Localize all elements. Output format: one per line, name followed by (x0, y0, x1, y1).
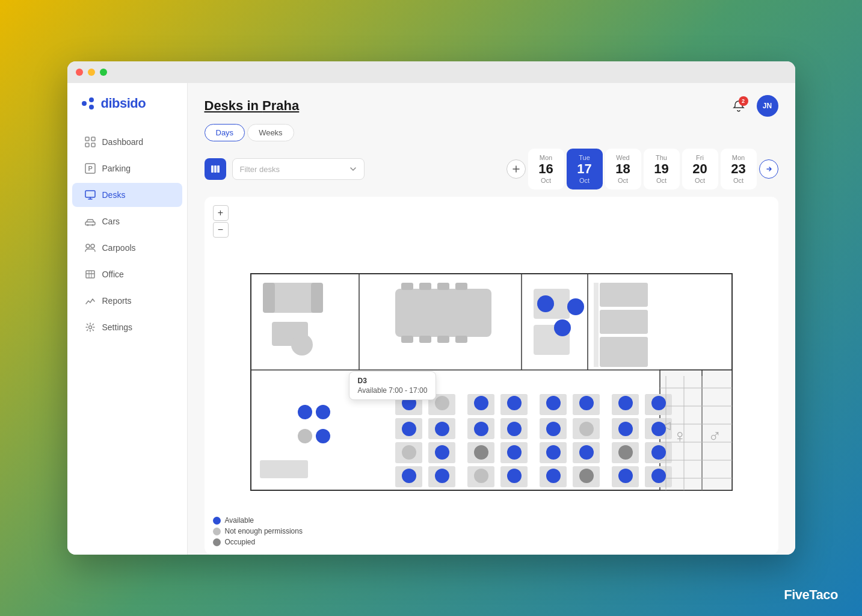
svg-point-99 (546, 396, 561, 410)
legend-occupied: Occupied (213, 538, 303, 546)
user-avatar[interactable]: JN (757, 95, 778, 117)
logo: dibsido (67, 95, 187, 129)
svg-point-104 (435, 422, 449, 436)
tab-days[interactable]: Days (205, 124, 245, 141)
sidebar-item-office[interactable]: Office (72, 262, 182, 286)
sidebar-item-desks[interactable]: Desks (72, 183, 182, 207)
sidebar: dibsido Dashboard P Parking Desks (67, 83, 188, 555)
svg-point-0 (82, 101, 87, 106)
maximize-dot[interactable] (100, 69, 107, 76)
svg-point-98 (507, 396, 522, 410)
svg-point-115 (546, 445, 561, 460)
content-header: Desks in Praha 2 JN (188, 83, 795, 124)
sidebar-item-cars[interactable]: Cars (72, 209, 182, 233)
svg-point-109 (618, 422, 633, 436)
svg-point-130 (316, 429, 330, 443)
svg-point-119 (402, 469, 416, 483)
chevron-down-icon (349, 165, 357, 173)
svg-point-124 (579, 469, 594, 483)
svg-point-121 (474, 469, 488, 483)
svg-point-107 (546, 422, 561, 436)
svg-rect-45 (600, 337, 648, 367)
svg-rect-29 (311, 283, 323, 313)
svg-point-120 (435, 469, 449, 483)
svg-point-92 (537, 295, 554, 312)
titlebar (67, 61, 795, 83)
svg-rect-35 (437, 283, 449, 290)
svg-rect-4 (91, 137, 95, 141)
legend-available: Available (213, 516, 303, 525)
svg-rect-39 (437, 336, 449, 343)
svg-rect-6 (91, 143, 95, 147)
svg-point-127 (298, 405, 312, 419)
date-card-2[interactable]: Wed 18 Oct (605, 149, 641, 189)
svg-rect-9 (85, 191, 95, 197)
zoom-out-button[interactable]: − (213, 222, 229, 238)
svg-point-118 (651, 445, 666, 460)
floorplan-svg: ◁ ♀ ♂ (227, 250, 756, 502)
close-dot[interactable] (76, 69, 83, 76)
sidebar-item-reports[interactable]: Reports (72, 289, 182, 313)
arrow-right-icon (765, 165, 773, 173)
legend-noperm-dot (213, 528, 221, 535)
monitor-icon (84, 189, 96, 201)
filter-desks-select[interactable]: Filter desks (232, 158, 365, 180)
cars-label: Cars (102, 217, 120, 226)
view-toggle-button[interactable] (205, 158, 226, 180)
date-card-4[interactable]: Fri 20 Oct (682, 149, 718, 189)
page-title: Desks in Praha (205, 98, 300, 114)
svg-rect-44 (600, 310, 648, 334)
svg-rect-17 (211, 165, 214, 173)
legend-occupied-dot (213, 538, 221, 546)
svg-point-95 (402, 396, 416, 410)
sidebar-item-carpools[interactable]: Carpools (72, 236, 182, 260)
next-dates-button[interactable] (759, 159, 778, 179)
svg-point-117 (618, 445, 633, 460)
date-card-5[interactable]: Mon 23 Oct (721, 149, 757, 189)
tab-weeks[interactable]: Weeks (247, 124, 294, 141)
zoom-controls: + − (213, 205, 229, 238)
svg-point-111 (402, 445, 416, 460)
plus-icon (512, 165, 520, 173)
reports-label: Reports (102, 296, 132, 306)
zoom-in-button[interactable]: + (213, 205, 229, 221)
desks-label: Desks (102, 190, 126, 200)
date-card-3[interactable]: Thu 19 Oct (644, 149, 680, 189)
svg-point-31 (291, 334, 313, 356)
sidebar-item-parking[interactable]: P Parking (72, 156, 182, 180)
svg-point-114 (507, 445, 522, 460)
svg-text:♂: ♂ (708, 426, 722, 446)
svg-point-94 (567, 298, 584, 315)
floorplan-card: + − (205, 197, 778, 555)
settings-label: Settings (102, 322, 133, 332)
date-card-1[interactable]: Tue 17 Oct (567, 149, 603, 189)
svg-rect-18 (214, 165, 217, 173)
date-card-0[interactable]: Mon 16 Oct (528, 149, 564, 189)
svg-point-110 (651, 422, 666, 436)
filter-area: Filter desks (205, 158, 365, 180)
sidebar-item-dashboard[interactable]: Dashboard (72, 130, 182, 154)
svg-rect-38 (419, 336, 431, 343)
svg-point-105 (474, 422, 488, 436)
minimize-dot[interactable] (88, 69, 95, 76)
svg-rect-5 (85, 143, 89, 147)
notifications-button[interactable]: 2 (728, 95, 750, 117)
svg-rect-37 (401, 336, 413, 343)
legend: Available Not enough permissions Occupie… (213, 516, 303, 546)
svg-point-126 (651, 469, 666, 483)
floorplan-svg-wrapper: ◁ ♀ ♂ (205, 197, 778, 555)
sidebar-item-settings[interactable]: Settings (72, 315, 182, 339)
svg-point-2 (89, 105, 94, 109)
svg-point-128 (316, 405, 330, 419)
svg-text:P: P (88, 165, 92, 172)
add-booking-button[interactable] (506, 159, 526, 179)
svg-rect-43 (600, 283, 648, 307)
svg-point-14 (91, 244, 94, 248)
svg-rect-15 (86, 271, 94, 278)
svg-point-129 (298, 429, 312, 443)
svg-text:♀: ♀ (673, 426, 687, 446)
columns-icon (210, 164, 221, 174)
svg-point-93 (554, 319, 571, 336)
main-content: Desks in Praha 2 JN Days Weeks (188, 83, 795, 555)
svg-rect-10 (85, 222, 95, 225)
